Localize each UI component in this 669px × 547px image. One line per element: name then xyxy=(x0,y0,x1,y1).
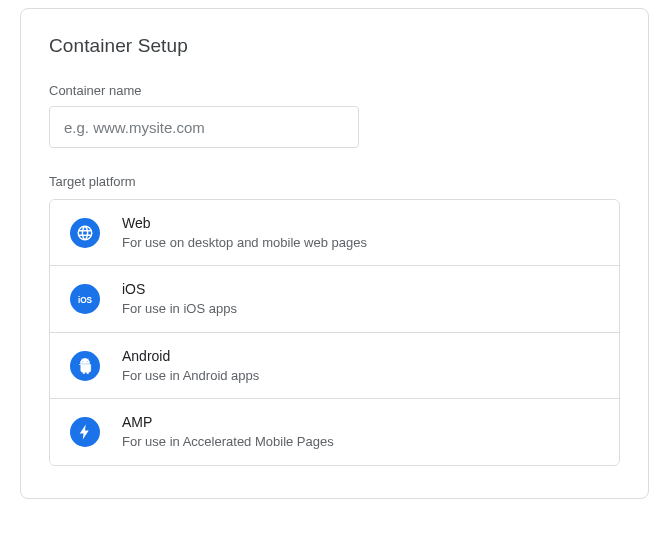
platform-option-desc: For use in iOS apps xyxy=(122,300,237,318)
platform-option-android[interactable]: Android For use in Android apps xyxy=(50,332,619,398)
platform-options: Web For use on desktop and mobile web pa… xyxy=(49,199,620,466)
platform-option-web[interactable]: Web For use on desktop and mobile web pa… xyxy=(50,200,619,265)
container-name-label: Container name xyxy=(49,83,620,98)
platform-option-title: Web xyxy=(122,214,367,233)
platform-option-title: AMP xyxy=(122,413,334,432)
platform-option-desc: For use on desktop and mobile web pages xyxy=(122,234,367,252)
platform-option-amp[interactable]: AMP For use in Accelerated Mobile Pages xyxy=(50,398,619,464)
platform-option-ios[interactable]: iOS iOS For use in iOS apps xyxy=(50,265,619,331)
amp-icon xyxy=(70,417,100,447)
page-title: Container Setup xyxy=(49,35,620,57)
target-platform-label: Target platform xyxy=(49,174,620,189)
platform-option-desc: For use in Accelerated Mobile Pages xyxy=(122,433,334,451)
ios-icon: iOS xyxy=(70,284,100,314)
web-icon xyxy=(70,218,100,248)
container-name-input[interactable] xyxy=(49,106,359,148)
svg-text:iOS: iOS xyxy=(78,296,93,305)
android-icon xyxy=(70,351,100,381)
container-setup-card: Container Setup Container name Target pl… xyxy=(20,8,649,499)
platform-option-title: iOS xyxy=(122,280,237,299)
platform-option-desc: For use in Android apps xyxy=(122,367,259,385)
platform-option-title: Android xyxy=(122,347,259,366)
